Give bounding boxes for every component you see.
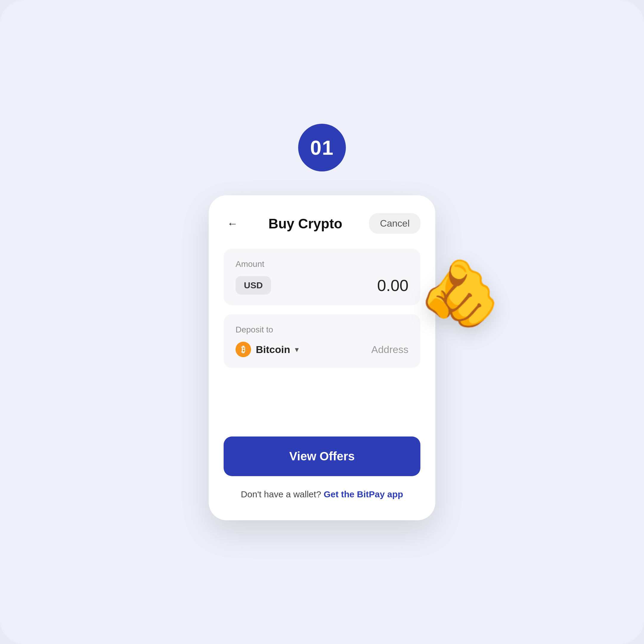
step-badge: 01 xyxy=(298,124,346,171)
amount-value[interactable]: 0.00 xyxy=(377,276,408,295)
back-button[interactable]: ← xyxy=(224,215,241,233)
content-spacer xyxy=(224,377,420,436)
step-number: 01 xyxy=(310,136,334,159)
amount-row: USD 0.00 xyxy=(236,276,408,295)
crypto-selector[interactable]: ₿ Bitcoin ▾ xyxy=(236,342,299,357)
amount-label: Amount xyxy=(236,259,408,269)
phone-container: 🫵 ← Buy Crypto Cancel Amount USD 0.00 xyxy=(209,195,435,520)
page-title: Buy Crypto xyxy=(268,216,342,232)
amount-section: Amount USD 0.00 xyxy=(224,249,420,305)
crypto-name: Bitcoin xyxy=(256,344,290,355)
deposit-row: ₿ Bitcoin ▾ Address xyxy=(236,342,408,357)
deposit-section: Deposit to ₿ Bitcoin ▾ Address xyxy=(224,314,420,368)
back-arrow-icon: ← xyxy=(227,217,238,230)
deposit-label: Deposit to xyxy=(236,325,408,335)
phone-header: ← Buy Crypto Cancel xyxy=(224,213,420,234)
wallet-prompt: Don't have a wallet? Get the BitPay app xyxy=(224,489,420,499)
get-bitpay-link[interactable]: Get the BitPay app xyxy=(323,489,403,499)
currency-badge[interactable]: USD xyxy=(236,276,271,295)
phone-card: ← Buy Crypto Cancel Amount USD 0.00 Depo… xyxy=(209,195,435,520)
chevron-down-icon: ▾ xyxy=(295,345,299,354)
btc-icon: ₿ xyxy=(236,342,251,357)
wallet-prompt-text: Don't have a wallet? xyxy=(241,489,321,499)
address-placeholder[interactable]: Address xyxy=(371,344,408,355)
page-wrapper: 01 🫵 ← Buy Crypto Cancel Amount USD 0.00 xyxy=(0,0,644,644)
view-offers-button[interactable]: View Offers xyxy=(224,436,420,476)
cancel-button[interactable]: Cancel xyxy=(369,213,420,234)
